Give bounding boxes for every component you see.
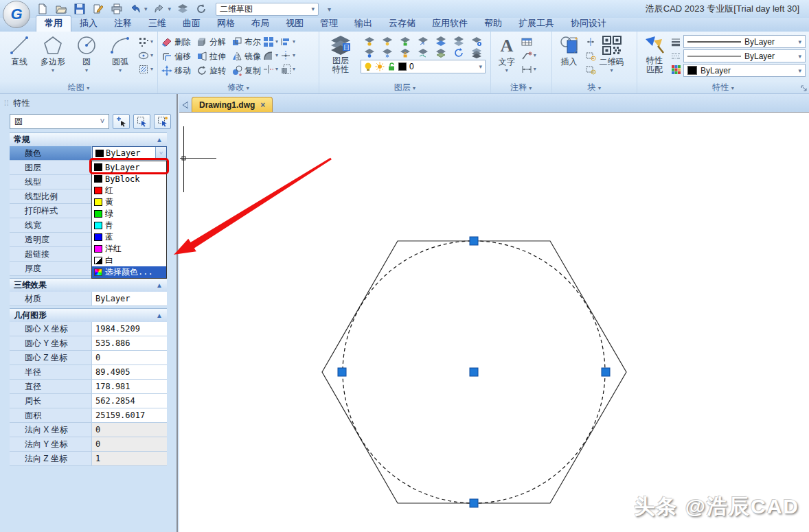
tab-insert[interactable]: 插入: [71, 16, 106, 32]
row-material[interactable]: 材质 ByLayer: [10, 292, 167, 306]
redo-button[interactable]: [152, 3, 166, 15]
document-tab[interactable]: Drawing1.dwg ×: [192, 97, 273, 112]
stretch-button[interactable]: 拉伸: [196, 49, 226, 63]
layer-properties-button[interactable]: 日 图层特性: [323, 34, 358, 74]
tab-home[interactable]: 常用: [36, 15, 71, 32]
quick-select-button[interactable]: [113, 114, 130, 129]
undo-button[interactable]: [128, 3, 142, 15]
tab-express[interactable]: 扩展工具: [510, 16, 562, 32]
color-option-magenta[interactable]: 洋红: [92, 243, 166, 255]
row-center-x[interactable]: 圆心 X 坐标1984.5209: [10, 322, 167, 336]
layer-unlock-button[interactable]: [396, 35, 414, 47]
save-button[interactable]: [73, 3, 87, 15]
tab-surface[interactable]: 曲面: [174, 16, 209, 32]
layer-merge-button[interactable]: [432, 47, 450, 58]
boolean-button[interactable]: 布尔: [231, 35, 261, 49]
object-color-select[interactable]: ByLayer ▾: [683, 64, 806, 77]
linetype-tool-button[interactable]: [670, 49, 681, 61]
color-option-cyan[interactable]: 青: [92, 220, 166, 231]
row-area[interactable]: 面积25159.6017: [10, 408, 167, 423]
layer-make-current-button[interactable]: [414, 35, 432, 47]
tab-annotate[interactable]: 注释: [106, 16, 140, 32]
align-button[interactable]: ▾: [280, 36, 295, 47]
panel-label-block[interactable]: 块 ▾: [552, 82, 637, 93]
tab-cloud[interactable]: 云存储: [380, 16, 424, 32]
row-radius[interactable]: 半径89.4905: [10, 365, 167, 380]
close-tab-icon[interactable]: ×: [260, 100, 265, 110]
qrcode-button[interactable]: 二维码 ▾: [598, 34, 626, 73]
tab-3d[interactable]: 三维: [140, 16, 174, 32]
arc-button[interactable]: 圆弧 ▾: [104, 34, 136, 73]
redo-dropdown[interactable]: ▾: [168, 5, 172, 12]
panel-label-modify[interactable]: 修改 ▾: [158, 82, 319, 93]
panel-label-annotate[interactable]: 注释 ▾: [491, 82, 551, 93]
layer-match-button[interactable]: [432, 35, 450, 47]
row-normal-z[interactable]: 法向 Z 坐标1: [10, 452, 167, 466]
object-type-select[interactable]: 圆 ˅: [10, 114, 109, 129]
select-objects-button[interactable]: [133, 114, 150, 129]
erase-button[interactable]: 删除: [161, 35, 191, 49]
tab-layout[interactable]: 布局: [243, 16, 277, 32]
open-file-button[interactable]: [54, 3, 68, 15]
scale-button[interactable]: ▾: [280, 63, 295, 75]
new-file-button[interactable]: [36, 3, 49, 15]
attach-button[interactable]: [585, 36, 596, 47]
section-3d-effects[interactable]: 三维效果 ▲: [10, 278, 167, 292]
base-point-button[interactable]: [585, 49, 596, 61]
panel-label-properties[interactable]: 特性 ▾: [637, 82, 809, 93]
layer-states-button[interactable]: [468, 35, 486, 47]
explode-button[interactable]: 分解: [196, 35, 226, 49]
fillet-button[interactable]: ▾: [263, 49, 278, 61]
layer-translator-button[interactable]: [468, 47, 486, 58]
tab-collab[interactable]: 协同设计: [562, 16, 615, 32]
insert-block-button[interactable]: 插入: [556, 34, 583, 68]
panel-label-draw[interactable]: 绘图 ▾: [0, 82, 157, 93]
recover-button[interactable]: [194, 3, 208, 15]
attribute-button[interactable]: [585, 63, 596, 75]
color-option-blue[interactable]: 蓝: [92, 231, 166, 243]
layer-thaw-button[interactable]: [378, 35, 396, 47]
color-option-white[interactable]: 白: [92, 255, 166, 266]
ellipse-button[interactable]: ▾: [138, 49, 153, 61]
polygon-button[interactable]: 多边形 ▾: [37, 34, 69, 73]
grip-right[interactable]: [602, 368, 610, 376]
leader-button[interactable]: ▾: [521, 49, 536, 61]
color-option-byblock[interactable]: ByBlock: [92, 173, 166, 185]
line-button[interactable]: 直线: [3, 34, 35, 68]
dimension-button[interactable]: ▾: [521, 63, 536, 75]
tab-help[interactable]: 帮助: [476, 16, 510, 32]
toggle-pickadd-button[interactable]: [154, 114, 171, 129]
collapse-icon[interactable]: ▲: [156, 312, 163, 319]
tab-view[interactable]: 视图: [277, 16, 312, 32]
grip-bottom[interactable]: [470, 499, 478, 507]
layer-select[interactable]: 0 ▾: [361, 60, 486, 73]
color-option-green[interactable]: 绿: [92, 208, 166, 220]
hatch-button[interactable]: ▾: [138, 63, 153, 75]
offset-button[interactable]: 偏移: [161, 49, 191, 63]
layer-stack-button[interactable]: [176, 3, 190, 15]
point-button[interactable]: ▾: [138, 36, 153, 47]
collapse-icon[interactable]: ▲: [156, 281, 163, 289]
layer-isolate-button[interactable]: [414, 47, 432, 58]
row-normal-y[interactable]: 法向 Y 坐标0: [10, 437, 167, 452]
move-button[interactable]: 移动: [161, 64, 191, 78]
print-button[interactable]: [110, 3, 124, 15]
rotate-button[interactable]: 旋转: [196, 64, 226, 78]
drag-handle-icon[interactable]: ⁞⁞: [4, 100, 10, 107]
layer-prev-button[interactable]: [450, 35, 468, 47]
panel-label-layer[interactable]: 图层 ▾: [319, 82, 490, 93]
row-normal-x[interactable]: 法向 X 坐标0: [10, 423, 167, 437]
grip-center[interactable]: [470, 368, 478, 376]
lineweight-tool-button[interactable]: [670, 36, 681, 47]
collapse-icon[interactable]: ▲: [156, 136, 163, 143]
row-center-z[interactable]: 圆心 Z 坐标0: [10, 351, 167, 365]
circle-button[interactable]: 圆 ▾: [71, 34, 102, 73]
match-properties-button[interactable]: 特性匹配: [641, 34, 668, 74]
color-tool-button[interactable]: [670, 63, 681, 75]
undo-dropdown[interactable]: ▾: [144, 5, 148, 12]
layer-off-button[interactable]: [361, 47, 378, 58]
array-button[interactable]: ▾: [263, 36, 278, 47]
layer-on-button[interactable]: [361, 35, 378, 47]
dialog-launcher-icon[interactable]: [801, 84, 807, 93]
tab-apps[interactable]: 应用软件: [424, 16, 476, 32]
